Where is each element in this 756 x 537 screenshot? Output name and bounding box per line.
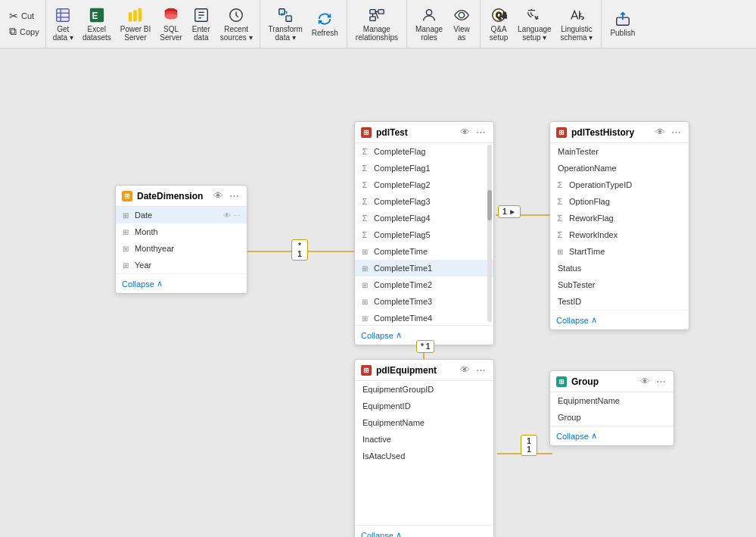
pdltesthistory-header: ⊞ pdlTestHistory 👁 ⋯: [550, 122, 689, 143]
sql-server-button[interactable]: SQLServer: [156, 5, 185, 44]
datedimension-field-monthyear[interactable]: Monthyear: [116, 240, 247, 257]
badge-date-pdltest: * 1: [291, 239, 308, 261]
pdltesthistory-field-subtester[interactable]: SubTester: [550, 276, 689, 293]
field-icon-monthyear: [120, 245, 131, 253]
copy-button[interactable]: ⧉ Copy: [8, 24, 41, 39]
get-data-button[interactable]: Getdata ▾: [49, 5, 77, 44]
pdltesthistory-field-starttime[interactable]: StartTime: [550, 243, 689, 260]
sigma-completeflag3: [359, 197, 370, 206]
enter-data-button[interactable]: Enterdata: [188, 5, 215, 44]
pdltesthistory-field-status[interactable]: Status: [550, 260, 689, 276]
excel-label: Exceldatasets: [82, 25, 111, 42]
recent-sources-button[interactable]: Recentsources ▾: [216, 5, 257, 44]
pdltest-icon: ⊞: [361, 127, 372, 138]
pdltesthistory-field-maintester[interactable]: MainTester: [550, 143, 689, 160]
pdltesthistory-more[interactable]: ⋯: [670, 126, 683, 138]
datedimension-field-date[interactable]: Date 👁 ⋯: [116, 207, 247, 223]
pdltest-field-completeflag1[interactable]: CompleteFlag1: [355, 160, 493, 176]
pdltesthistory-body: MainTester OperationName OperationTypeID…: [550, 143, 689, 310]
pdlequipment-eye[interactable]: 👁: [459, 364, 471, 376]
pdlequipment-field-isatacused[interactable]: IsAtacUsed: [355, 448, 493, 464]
datedimension-collapse[interactable]: Collapse ∧: [116, 273, 247, 293]
svg-point-27: [426, 9, 431, 14]
power-bi-button[interactable]: Power BIServer: [117, 5, 155, 44]
pdlequipment-field-inactive[interactable]: Inactive: [355, 431, 493, 448]
pdltest-scroll-thumb: [487, 190, 492, 220]
pdltest-scrollbar[interactable]: [487, 145, 492, 322]
pdltesthistory-collapse[interactable]: Collapse ∧: [550, 310, 689, 329]
pdltest-field-completeflag5[interactable]: CompleteFlag5: [355, 226, 493, 243]
pdltesthistory-field-operationtypeid[interactable]: OperationTypeID: [550, 176, 689, 193]
svg-rect-20: [286, 15, 291, 20]
svg-rect-23: [370, 16, 375, 20]
pdlequipment-field-groupid[interactable]: EquipmentGroupID: [355, 381, 493, 398]
datedimension-field-month[interactable]: Month: [116, 223, 247, 240]
pdltest-field-completeflag2[interactable]: CompleteFlag2: [355, 176, 493, 193]
pdltesthistory-field-optionflag[interactable]: OptionFlag: [550, 193, 689, 210]
group-collapse[interactable]: Collapse ∧: [550, 426, 674, 445]
sigma-completeflag4: [359, 214, 370, 223]
refresh-button[interactable]: Refresh: [308, 8, 342, 39]
manage-roles-button[interactable]: Manageroles: [412, 5, 446, 44]
group-actions: 👁 ⋯: [639, 376, 667, 387]
sigma-optypeid: [555, 180, 565, 189]
pdlequipment-body: EquipmentGroupID EquipmentID EquipmentNa…: [355, 381, 493, 464]
field-icon-month: [120, 228, 131, 236]
svg-rect-8: [138, 8, 142, 20]
pdltesthistory-eye[interactable]: 👁: [654, 126, 667, 138]
group-field-group[interactable]: Group: [550, 409, 674, 426]
pdltesthistory-field-reworkindex[interactable]: ReworkIndex: [550, 226, 689, 243]
group-eye[interactable]: 👁: [639, 376, 652, 387]
pdlequipment-spacer: [355, 464, 493, 525]
manage-roles-label: Manageroles: [415, 25, 443, 42]
pdltest-more[interactable]: ⋯: [474, 126, 487, 138]
excel-button[interactable]: E Exceldatasets: [79, 5, 115, 44]
svg-text:Q&A: Q&A: [496, 11, 507, 19]
pdlequipment-icon: ⊞: [361, 365, 372, 376]
qa-setup-button[interactable]: Q&A Q&Asetup: [485, 5, 512, 44]
publish-button[interactable]: Publish: [606, 8, 639, 39]
pdltesthistory-field-operationname[interactable]: OperationName: [550, 160, 689, 176]
pdltest-field-completetime[interactable]: CompleteTime: [355, 243, 493, 260]
diagram-canvas[interactable]: * 1 1 ► * 1 1 1 ⊞ DateDimension 👁 ⋯ Date…: [0, 48, 756, 537]
datedimension-more[interactable]: ⋯: [228, 190, 241, 201]
manage-relationships-button[interactable]: Managerelationships: [352, 5, 402, 44]
datedimension-field-year[interactable]: Year: [116, 257, 247, 273]
field-icon-year: [120, 261, 131, 270]
cut-button[interactable]: ✂ Cut: [8, 9, 41, 23]
pdltest-field-completetime3[interactable]: CompleteTime3: [355, 293, 493, 310]
pdltest-eye[interactable]: 👁: [459, 126, 471, 138]
datedimension-title: DateDimension: [137, 191, 207, 201]
table-card-pdltest: ⊞ pdlTest 👁 ⋯ CompleteFlag CompleteFlag1…: [354, 121, 494, 345]
view-as-button[interactable]: Viewas: [448, 5, 475, 44]
pdlequipment-field-equipname[interactable]: EquipmentName: [355, 414, 493, 431]
datedimension-actions: 👁 ⋯: [212, 190, 241, 201]
language-setup-button[interactable]: Languagesetup ▾: [514, 5, 555, 44]
svg-rect-0: [57, 8, 70, 21]
sigma-optionflag: [555, 197, 565, 206]
pdltest-field-completeflag4[interactable]: CompleteFlag4: [355, 210, 493, 226]
pdltest-field-completetime1[interactable]: CompleteTime1: [355, 260, 493, 276]
publish-label: Publish: [610, 29, 635, 37]
datedimension-header: ⊞ DateDimension 👁 ⋯: [116, 186, 247, 207]
pdltesthistory-field-testid[interactable]: TestID: [550, 293, 689, 310]
pdlequipment-collapse[interactable]: Collapse ∧: [355, 525, 493, 537]
pdltest-field-completeflag[interactable]: CompleteFlag: [355, 143, 493, 160]
pdltest-body: CompleteFlag CompleteFlag1 CompleteFlag2…: [355, 143, 493, 325]
linguistic-schema-button[interactable]: Linguisticschema ▾: [557, 5, 597, 44]
transform-data-button[interactable]: Transformdata ▾: [265, 5, 306, 44]
pdltesthistory-field-reworkflag[interactable]: ReworkFlag: [550, 210, 689, 226]
datedimension-eye[interactable]: 👁: [212, 190, 225, 201]
recent-sources-label: Recentsources ▾: [220, 25, 253, 42]
svg-text:E: E: [92, 10, 98, 20]
group-more[interactable]: ⋯: [655, 376, 667, 387]
sql-server-label: SQLServer: [160, 25, 182, 42]
pdltest-field-completeflag3[interactable]: CompleteFlag3: [355, 193, 493, 210]
group-field-equipname[interactable]: EquipmentName: [550, 392, 674, 409]
pdltest-field-completetime2[interactable]: CompleteTime2: [355, 276, 493, 293]
pdltest-field-completetime4[interactable]: CompleteTime4: [355, 310, 493, 325]
pdlequipment-more[interactable]: ⋯: [474, 364, 487, 376]
svg-rect-7: [133, 10, 137, 21]
group-icon: ⊞: [556, 376, 567, 387]
pdlequipment-field-equipid[interactable]: EquipmentID: [355, 398, 493, 414]
